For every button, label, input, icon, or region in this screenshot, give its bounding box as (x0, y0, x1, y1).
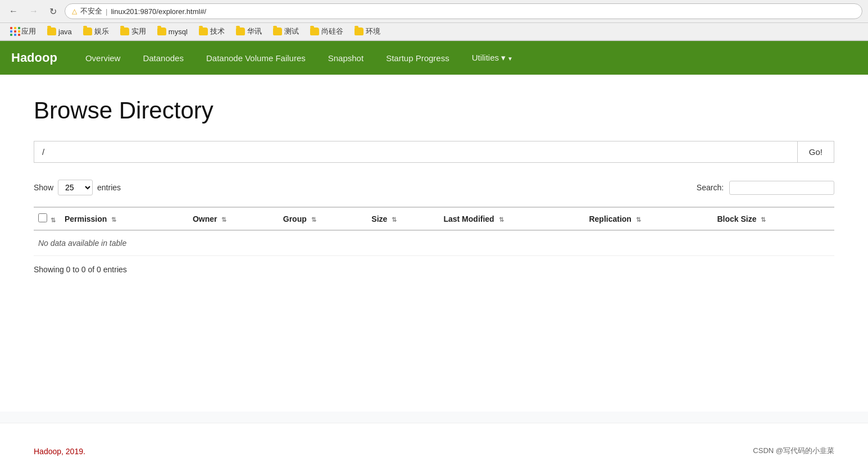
nav-item-startup-progress[interactable]: Startup Progress (375, 43, 461, 73)
nav-item-volume-failures[interactable]: Datanode Volume Failures (195, 43, 317, 73)
last-modified-sort-icon: ⇅ (499, 216, 504, 223)
bookmark-label: 实用 (131, 26, 146, 36)
footer-right-text: CSDN @写代码的小韭菜 (753, 446, 834, 456)
permission-label: Permission (65, 214, 107, 223)
bookmarks-bar: 应用 java 娱乐 实用 mysql 技术 华讯 测试 (0, 23, 868, 40)
warning-text: 不安全 (80, 6, 102, 16)
main-content: Browse Directory Go! Show 10 25 50 100 e… (0, 75, 868, 412)
go-button[interactable]: Go! (797, 141, 834, 162)
apps-grid-icon (10, 27, 19, 36)
forward-button[interactable]: → (26, 5, 42, 17)
bookmark-label: java (58, 28, 72, 36)
entries-label: entries (97, 183, 121, 192)
navbar-nav: Overview Datanodes Datanode Volume Failu… (74, 43, 524, 73)
bookmark-label: 环境 (366, 26, 380, 36)
bookmark-label: 尚硅谷 (321, 26, 343, 36)
security-warning-icon: △ (72, 7, 77, 15)
reload-button[interactable]: ↻ (46, 5, 60, 18)
search-input[interactable] (729, 181, 834, 195)
select-all-checkbox[interactable] (38, 213, 47, 222)
folder-icon (120, 28, 129, 35)
bookmark-label: 华讯 (247, 26, 262, 36)
no-data-cell: No data available in table (34, 230, 834, 256)
bookmark-environment[interactable]: 环境 (350, 25, 385, 38)
permission-sort-icon: ⇅ (111, 216, 116, 223)
bookmark-practical[interactable]: 实用 (116, 25, 151, 38)
nav-link-snapshot[interactable]: Snapshot (317, 43, 375, 73)
bookmark-huaxun[interactable]: 华讯 (231, 25, 266, 38)
owner-header[interactable]: Owner ⇅ (188, 207, 279, 230)
showing-entries: Showing 0 to 0 of 0 entries (34, 265, 834, 274)
bookmark-java[interactable]: java (43, 26, 76, 37)
group-label: Group (283, 214, 307, 223)
browser-chrome: ← → ↻ △ 不安全 | linux201:9870/explorer.htm… (0, 0, 868, 41)
folder-icon (355, 28, 363, 35)
group-sort-icon: ⇅ (311, 216, 316, 223)
size-header[interactable]: Size ⇅ (367, 207, 439, 230)
separator: | (106, 7, 107, 16)
size-label: Size (371, 214, 387, 223)
url-text: linux201:9870/explorer.html#/ (111, 7, 206, 16)
bookmark-label: mysql (169, 28, 188, 36)
nav-link-startup-progress[interactable]: Startup Progress (375, 43, 461, 73)
nav-link-volume-failures[interactable]: Datanode Volume Failures (195, 43, 317, 73)
nav-link-utilities[interactable]: Utilities ▾ (461, 43, 524, 73)
path-input[interactable] (34, 141, 797, 162)
folder-icon (199, 28, 208, 35)
directory-table: ⇅ Permission ⇅ Owner ⇅ Group ⇅ Size ⇅ (34, 207, 834, 256)
bookmark-label: 娱乐 (94, 26, 109, 36)
bookmark-label: 技术 (210, 26, 225, 36)
show-label: Show (34, 183, 53, 192)
bookmark-entertainment[interactable]: 娱乐 (79, 25, 113, 38)
table-header-row: ⇅ Permission ⇅ Owner ⇅ Group ⇅ Size ⇅ (34, 207, 834, 230)
block-size-label: Block Size (717, 214, 756, 223)
bookmark-tech[interactable]: 技术 (194, 25, 229, 38)
show-entries-left: Show 10 25 50 100 entries (34, 180, 121, 195)
block-size-sort-icon: ⇅ (761, 216, 766, 223)
size-sort-icon: ⇅ (392, 216, 397, 223)
apps-label: 应用 (21, 26, 36, 36)
table-header: ⇅ Permission ⇅ Owner ⇅ Group ⇅ Size ⇅ (34, 207, 834, 230)
apps-bookmark[interactable]: 应用 (6, 25, 40, 38)
bookmark-test[interactable]: 测试 (269, 25, 303, 38)
folder-icon (83, 28, 92, 35)
path-form: Go! (34, 141, 834, 163)
nav-item-snapshot[interactable]: Snapshot (317, 43, 375, 73)
replication-label: Replication (589, 214, 631, 223)
folder-icon (236, 28, 245, 35)
footer-left-text: Hadoop, 2019. (34, 447, 85, 456)
folder-icon (310, 28, 319, 35)
nav-item-datanodes[interactable]: Datanodes (131, 43, 195, 73)
folder-icon (273, 28, 282, 35)
block-size-header[interactable]: Block Size ⇅ (712, 207, 834, 230)
address-bar: △ 不安全 | linux201:9870/explorer.html#/ (65, 3, 862, 19)
footer: Hadoop, 2019. CSDN @写代码的小韭菜 (0, 423, 868, 457)
navbar: Hadoop Overview Datanodes Datanode Volum… (0, 41, 868, 75)
bookmark-label: 测试 (284, 26, 299, 36)
back-button[interactable]: ← (6, 5, 21, 17)
bookmark-mysql[interactable]: mysql (153, 26, 192, 37)
page-title: Browse Directory (34, 97, 834, 124)
select-all-th: ⇅ (34, 207, 60, 230)
group-header[interactable]: Group ⇅ (279, 207, 367, 230)
replication-sort-icon: ⇅ (636, 216, 641, 223)
last-modified-label: Last Modified (443, 214, 494, 223)
browser-toolbar: ← → ↻ △ 不安全 | linux201:9870/explorer.htm… (0, 0, 868, 23)
search-label: Search: (697, 183, 724, 192)
last-modified-header[interactable]: Last Modified ⇅ (439, 207, 584, 230)
bookmark-shangguigu[interactable]: 尚硅谷 (306, 25, 348, 38)
entries-select[interactable]: 10 25 50 100 (58, 180, 93, 195)
permission-header[interactable]: Permission ⇅ (60, 207, 188, 230)
nav-link-overview[interactable]: Overview (74, 43, 132, 73)
no-data-row: No data available in table (34, 230, 834, 256)
owner-sort-icon: ⇅ (221, 216, 226, 223)
sort-icon: ⇅ (51, 217, 56, 223)
navbar-brand[interactable]: Hadoop (11, 51, 57, 65)
table-body: No data available in table (34, 230, 834, 256)
replication-header[interactable]: Replication ⇅ (584, 207, 712, 230)
nav-item-utilities[interactable]: Utilities ▾ (461, 43, 524, 73)
folder-icon (47, 28, 56, 35)
nav-item-overview[interactable]: Overview (74, 43, 132, 73)
show-entries-row: Show 10 25 50 100 entries Search: (34, 180, 834, 195)
nav-link-datanodes[interactable]: Datanodes (131, 43, 195, 73)
